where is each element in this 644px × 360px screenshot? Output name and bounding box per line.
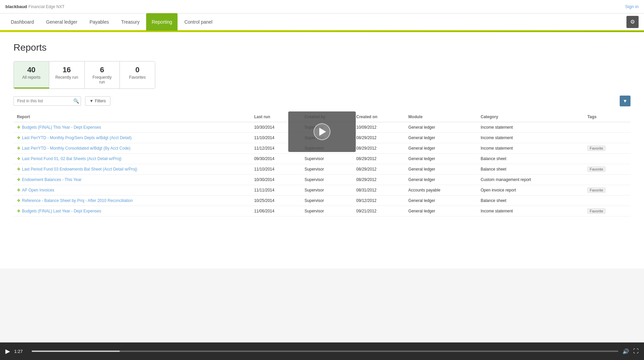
tab-recently-run[interactable]: 16 Recently run [49,61,85,88]
category-cell: Custom management report [477,175,584,185]
report-name-cell: ❖Last Period Fund 01, 02 Bal Sheets (Acc… [14,154,251,164]
nav-item-treasury[interactable]: Treasury [116,13,145,31]
tab-frequently-run[interactable]: 6 Frequently run [85,61,120,88]
module-cell: General ledger [405,122,477,133]
report-name-cell: ❖Budgets (FINAL) Last Year - Dept Expens… [14,206,251,216]
last-run-cell: 11/10/2014 [251,164,301,175]
report-icon: ❖ [17,209,21,213]
video-overlay [288,111,356,152]
report-name-cell: ❖Endowment Balances - This Year [14,175,251,185]
tab-all-reports[interactable]: 40 All reports [14,61,49,88]
tag-badge: Favorite [587,166,606,172]
settings-button[interactable]: ⚙ [626,16,639,28]
filter-label: Filters [95,99,106,103]
tags-cell: Favorite [584,206,630,216]
last-run-cell: 11/11/2014 [251,185,301,196]
brand-logo: blackbaud Financial Edge NXT [5,4,64,9]
report-link[interactable]: Reference - Balance Sheet by Proj - Afte… [22,198,133,203]
created-by-cell: Supervisor [301,175,353,185]
gear-icon: ⚙ [630,19,635,25]
category-cell: Balance sheet [477,164,584,175]
tags-cell: Favorite [584,164,630,175]
column-filter-button[interactable]: ▼ [620,96,630,106]
nav-item-payables[interactable]: Payables [84,13,114,31]
report-icon: ❖ [17,135,21,140]
module-cell: General ledger [405,206,477,216]
sign-in-link[interactable]: Sign in [625,4,639,9]
report-link[interactable]: Budgets (FINAL) Last Year - Dept Expense… [22,209,101,213]
report-name-cell: ❖Last Period Fund 03 Endowments Bal Shee… [14,164,251,175]
tag-badge: Favorite [587,187,606,193]
created-on-cell: 09/21/2012 [353,206,405,216]
module-cell: General ledger [405,164,477,175]
frequently-run-count: 6 [90,66,114,74]
report-link[interactable]: Budgets (FINAL) This Year - Dept Expense… [22,125,101,130]
tags-cell [584,196,630,206]
product-name: Financial Edge NXT [28,4,64,9]
frequently-run-label: Frequently run [90,75,114,84]
page-title: Reports [14,42,630,53]
tags-cell: Favorite [584,143,630,154]
report-name-cell: ❖Budgets (FINAL) This Year - Dept Expens… [14,122,251,133]
filter-icon: ▼ [89,99,93,103]
tags-cell [584,175,630,185]
created-by-cell: Supervisor [301,185,353,196]
col-created-on: Created on [353,112,405,122]
search-button[interactable]: 🔍 [73,98,79,104]
search-input[interactable] [14,96,81,106]
report-icon: ❖ [17,188,21,192]
tags-cell [584,154,630,164]
module-cell: General ledger [405,143,477,154]
created-on-cell: 08/29/2012 [353,175,405,185]
nav-item-general-ledger[interactable]: General ledger [41,13,83,31]
report-link[interactable]: Endowment Balances - This Year [22,177,82,182]
created-by-cell: Supervisor [301,206,353,216]
report-icon: ❖ [17,156,21,161]
table-row: ❖Endowment Balances - This Year10/30/201… [14,175,630,185]
category-cell: Income statement [477,122,584,133]
table-row: ❖Last Period Fund 01, 02 Bal Sheets (Acc… [14,154,630,164]
favorites-label: Favorites [125,75,150,80]
all-reports-count: 40 [19,66,44,74]
filter-button[interactable]: ▼ Filters [85,96,110,106]
video-play-button[interactable] [314,123,330,140]
created-on-cell: 08/29/2012 [353,133,405,143]
category-cell: Balance sheet [477,196,584,206]
created-by-cell: Supervisor [301,196,353,206]
col-tags: Tags [584,112,630,122]
tab-favorites[interactable]: 0 Favorites [120,61,155,88]
search-filter-bar: 🔍 ▼ Filters ▼ [14,96,630,106]
brand-area: blackbaud Financial Edge NXT [5,4,64,9]
last-run-cell: 10/25/2014 [251,196,301,206]
nav-item-reporting[interactable]: Reporting [146,13,178,31]
report-name-cell: ❖Last Per/YTD - Monthly Consolidated w/B… [14,143,251,154]
report-name-cell: ❖Last Per/YTD - Monthly Prog/Serv Depts … [14,133,251,143]
module-cell: Accounts payable [405,185,477,196]
report-link[interactable]: Last Period Fund 01, 02 Bal Sheets (Acct… [22,156,122,161]
table-row: ❖Last Period Fund 03 Endowments Bal Shee… [14,164,630,175]
play-triangle-icon [319,128,326,136]
nav-item-dashboard[interactable]: Dashboard [5,13,39,31]
report-icon: ❖ [17,167,21,172]
category-cell: Balance sheet [477,154,584,164]
column-filter-icon: ▼ [623,98,627,104]
report-link[interactable]: Last Period Fund 03 Endowments Bal Sheet… [22,167,137,172]
report-icon: ❖ [17,198,21,203]
last-run-cell: 10/30/2014 [251,175,301,185]
last-run-cell: 09/30/2014 [251,154,301,164]
report-link[interactable]: AP Open Invoices [22,188,54,192]
nav-bar: Dashboard General ledger Payables Treasu… [0,14,644,31]
table-row: ❖Reference - Balance Sheet by Proj - Aft… [14,196,630,206]
module-cell: General ledger [405,154,477,164]
report-link[interactable]: Last Per/YTD - Monthly Prog/Serv Depts w… [22,135,132,140]
report-link[interactable]: Last Per/YTD - Monthly Consolidated w/Bd… [22,146,130,151]
recently-run-label: Recently run [55,75,79,80]
last-run-cell: 11/06/2014 [251,206,301,216]
nav-item-control-panel[interactable]: Control panel [179,13,218,31]
created-on-cell: 10/09/2012 [353,122,405,133]
module-cell: General ledger [405,175,477,185]
tags-cell: Favorite [584,185,630,196]
search-icon: 🔍 [73,98,79,104]
col-category: Category [477,112,584,122]
category-cell: Income statement [477,133,584,143]
